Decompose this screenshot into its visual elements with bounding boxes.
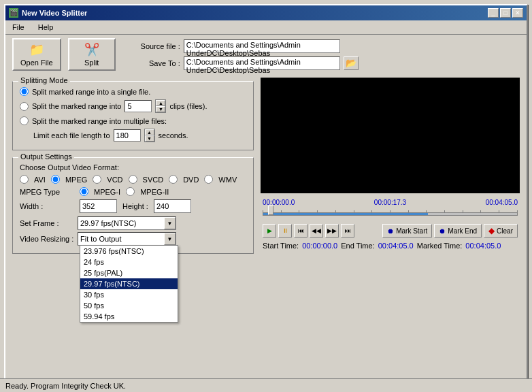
fps-23-976-item[interactable]: 23.976 fps(NTSC) [80, 246, 178, 257]
split-multiple-row: Split the marked range into multiple fil… [20, 116, 246, 125]
clips-spin: ▲ ▼ [155, 99, 166, 113]
height-label: Height : [122, 202, 148, 210]
open-icon: 📁 [29, 42, 44, 57]
split-button[interactable]: ✂️ Split [68, 38, 116, 71]
fps-30-item[interactable]: 30 fps [80, 289, 178, 300]
format-wmv-radio[interactable] [204, 175, 213, 184]
pause-button[interactable]: ⏸ [278, 224, 292, 238]
save-folder-button[interactable]: 📂 [344, 56, 359, 70]
splitting-mode-group: Splitting Mode Split marked range into a… [12, 81, 254, 150]
video-resize-select[interactable]: Fit to Output Crop Letterbox [78, 232, 176, 246]
file-info: Source file : C:\Documents and Settings\… [136, 39, 520, 70]
clips-spin-down[interactable]: ▼ [156, 106, 165, 112]
mpeg-i-radio[interactable] [80, 187, 88, 196]
fps-29-97-item[interactable]: 29.97 fps(NTSC) [80, 278, 178, 289]
timeline-filled [263, 213, 428, 215]
split-single-row: Split marked range into a single file. [20, 87, 246, 96]
format-avi: AVI [34, 176, 46, 184]
split-single-label: Split marked range into a single file. [32, 88, 150, 96]
format-svcd-radio[interactable] [129, 175, 137, 184]
limit-suffix: seconds. [159, 131, 188, 140]
timeline-end-label: 00:04:05.0 [486, 199, 518, 206]
limit-spin-up[interactable]: ▲ [145, 129, 154, 135]
clips-count-input[interactable] [124, 100, 152, 112]
tick-11 [444, 210, 445, 212]
play-button[interactable]: ▶ [263, 224, 276, 238]
tick-7 [371, 210, 372, 212]
split-clips-radio[interactable] [20, 102, 29, 111]
format-mpeg: MPEG [65, 176, 87, 184]
clips-spin-up[interactable]: ▲ [156, 100, 165, 106]
controls-row: ▶ ⏸ ⏮ ◀◀ ▶▶ ⏭ ⏺ Mark Start ⏺ Mark End [263, 222, 518, 240]
left-panel: Splitting Mode Split marked range into a… [12, 78, 254, 254]
save-to-input[interactable]: C:\Documents and Settings\Admin UnderDC\… [184, 56, 340, 70]
step-back-button[interactable]: ◀◀ [310, 224, 323, 238]
prev-button[interactable]: ⏮ [294, 224, 307, 238]
step-fwd-button[interactable]: ▶▶ [325, 224, 339, 238]
limit-spin-down[interactable]: ▼ [145, 135, 154, 142]
fps-50-item[interactable]: 50 fps [80, 300, 178, 311]
split-multiple-radio[interactable] [20, 116, 29, 125]
source-file-input[interactable]: C:\Documents and Settings\Admin UnderDC\… [184, 39, 340, 53]
window-controls: _ □ ✕ [488, 8, 523, 18]
maximize-button[interactable]: □ [500, 8, 511, 18]
timeline-labels: 00:00:00.0 00:00:17.3 00:04:05.0 [263, 199, 518, 206]
clear-icon: ◆ [488, 226, 495, 235]
mpeg-ii-label: MPEG-II [140, 188, 169, 196]
split-single-radio[interactable] [20, 87, 29, 96]
minimize-button[interactable]: _ [488, 8, 499, 18]
video-preview [261, 78, 520, 193]
mpeg-type-row: MPEG Type MPEG-I MPEG-II [20, 187, 246, 196]
close-button[interactable]: ✕ [512, 8, 523, 18]
video-resize-row: Video Resizing : Fit to Output Crop Lett… [20, 232, 246, 246]
video-resize-dropdown-container: Fit to Output Crop Letterbox ▼ [78, 232, 176, 246]
set-frame-select[interactable]: 29.97 fps(NTSC) 23.976 fps(NTSC) 24 fps … [78, 216, 176, 230]
format-dvd-radio[interactable] [169, 175, 178, 184]
tick-9 [408, 210, 409, 212]
mpeg-ii-radio[interactable] [126, 187, 135, 196]
set-frame-popup: 23.976 fps(NTSC) 24 fps 25 fps(PAL) 29.9… [80, 245, 178, 323]
source-label: Source file : [136, 42, 180, 50]
width-input[interactable] [80, 199, 117, 213]
video-resize-label: Video Resizing : [20, 235, 74, 243]
tick-4 [317, 210, 318, 212]
format-svcd: SVCD [143, 176, 164, 184]
format-wmv: WMV [218, 176, 237, 184]
title-bar: 🎬 New Video Splitter _ □ ✕ [5, 5, 527, 20]
format-label: Choose Output Video Format: [20, 163, 246, 172]
tick-13 [480, 210, 481, 212]
end-time-label: End Time: [341, 242, 375, 250]
format-vcd-radio[interactable] [93, 175, 101, 184]
height-input[interactable] [154, 199, 191, 213]
toolbar: 📁 Open File ✂️ Split Source file : C:\Do… [5, 35, 527, 74]
timeline-container: 00:00:00.0 00:00:17.3 00:04:05.0 [261, 197, 520, 254]
mark-end-icon: ⏺ [439, 227, 446, 235]
start-time-label: Start Time: [263, 242, 299, 250]
menu-help[interactable]: Help [35, 22, 57, 33]
open-file-button[interactable]: 📁 Open File [12, 38, 61, 71]
output-settings-title: Output Settings [18, 152, 74, 161]
format-avi-radio[interactable] [20, 175, 29, 184]
content-area: Splitting Mode Split marked range into a… [5, 74, 527, 257]
next-button[interactable]: ⏭ [341, 224, 354, 238]
save-to-label: Save To : [136, 59, 180, 67]
status-bar: Ready. Program Integrity Check UK. [0, 378, 532, 392]
menu-file[interactable]: File [9, 22, 28, 33]
tick-14 [499, 210, 499, 212]
limit-value-input[interactable] [114, 129, 141, 142]
fps-59-94-item[interactable]: 59.94 fps [80, 311, 178, 322]
tick-marks [263, 208, 518, 212]
limit-spin: ▲ ▼ [144, 129, 155, 142]
mpeg-type-label: MPEG Type [20, 188, 74, 196]
fps-25-item[interactable]: 25 fps(PAL) [80, 267, 178, 278]
menu-bar: File Help [5, 20, 527, 35]
mark-start-button[interactable]: ⏺ Mark Start [382, 224, 432, 238]
split-multiple-label: Split the marked range into multiple fil… [32, 117, 167, 125]
clear-button[interactable]: ◆ Clear [484, 224, 518, 238]
source-file-row: Source file : C:\Documents and Settings\… [136, 39, 520, 53]
split-clips-pre: Split the marked range into [32, 102, 121, 110]
mark-end-button[interactable]: ⏺ Mark End [434, 224, 482, 238]
fps-24-item[interactable]: 24 fps [80, 257, 178, 267]
format-mpeg-radio[interactable] [51, 175, 60, 184]
timeline-bar[interactable] [263, 208, 518, 220]
